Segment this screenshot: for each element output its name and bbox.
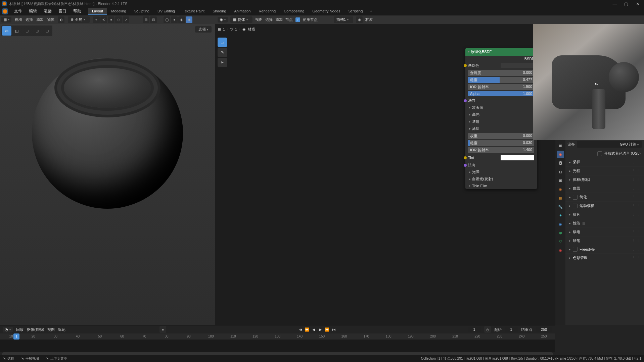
timeline-track[interactable]	[0, 340, 555, 352]
section-performance[interactable]: ▸性能☰⋮⋮	[565, 219, 644, 228]
material-name[interactable]: 材质	[365, 17, 373, 22]
proportional-icon[interactable]: ●	[108, 16, 114, 23]
tl-marker[interactable]: 标记	[58, 327, 65, 332]
ptab-world-icon[interactable]: ◉	[557, 186, 564, 193]
motion-checkbox[interactable]	[573, 204, 578, 208]
select-circle-icon[interactable]: ⊡	[22, 26, 32, 36]
principled-bsdf-node[interactable]: ▾原理化BSDF BSDF 基础色 金属度0.000 糙度0.477 IOR 折…	[465, 48, 537, 189]
ptab-object-icon[interactable]: ▦	[557, 194, 564, 202]
specular-section[interactable]: ▸高光	[465, 111, 537, 118]
timeline-ruler[interactable]: 1 10 20 30 40 50 60 70 80 90 100 110 120…	[0, 333, 555, 340]
transmission-section[interactable]: ▸透射	[465, 118, 537, 125]
ne-menu-view[interactable]: 视图	[255, 17, 263, 22]
jump-start-icon[interactable]: ⏮	[297, 326, 303, 332]
ptab-physics-icon[interactable]: ◉	[557, 220, 564, 228]
jump-end-icon[interactable]: ⏭	[331, 326, 337, 332]
tab-rendering[interactable]: Rendering	[255, 8, 280, 15]
tab-compositing[interactable]: Compositing	[280, 8, 308, 15]
shading-wire-icon[interactable]: ◯	[164, 16, 170, 23]
select-more-icon[interactable]: ⊟	[42, 26, 52, 36]
3d-viewport[interactable]: ▭ ◫ ⊡ ⊞ ⊟ 选项 ▾	[0, 24, 215, 325]
orientation-dropdown[interactable]: ⊕ 全局 ▾	[68, 16, 90, 23]
simplify-checkbox[interactable]	[573, 195, 578, 200]
tl-view[interactable]: 视图	[47, 327, 55, 332]
menu-render[interactable]: 渲染	[40, 7, 55, 15]
coat-ior-slider[interactable]: IOR 折射率1.400	[468, 147, 534, 153]
section-bake[interactable]: ▸烘培⋮⋮	[565, 228, 644, 237]
crumb-mesh-icon[interactable]: ▦	[218, 27, 221, 32]
tab-scripting[interactable]: Scripting	[344, 8, 367, 15]
tab-texture[interactable]: Texture Paint	[179, 8, 209, 15]
ptab-particle-icon[interactable]: ✦	[557, 212, 564, 219]
play-icon[interactable]: ▶	[317, 326, 323, 332]
vp-menu-object[interactable]: 物体	[47, 17, 54, 22]
alpha-slider[interactable]: Alpha1.000	[468, 91, 534, 96]
vp-menu-select[interactable]: 选择	[26, 17, 33, 22]
crumb-material[interactable]: 材质	[248, 27, 255, 32]
tab-shading[interactable]: Shading	[209, 8, 230, 15]
tl-playback[interactable]: 回放	[16, 327, 24, 332]
section-motion[interactable]: ▸运动模糊⋮⋮	[565, 202, 644, 210]
section-volume[interactable]: ▸体积(卷标)⋮⋮	[565, 175, 644, 184]
ne-menu-add[interactable]: 添加	[275, 17, 283, 22]
coat-section[interactable]: ▾涂层	[465, 125, 537, 132]
tl-keying[interactable]: 抠像(插帧)	[27, 327, 44, 332]
section-wax[interactable]: ▸蜡笔⋮⋮	[565, 237, 644, 245]
coat-roughness-slider[interactable]: 糙度0.030	[468, 140, 534, 146]
autokey-icon[interactable]: ●	[159, 326, 166, 333]
sheen-section[interactable]: ▸光泽	[465, 168, 537, 175]
ptab-output-icon[interactable]: 🖼	[557, 159, 564, 167]
clock-icon[interactable]: ◷	[484, 326, 491, 333]
ptab-render-icon[interactable]: ◉	[557, 151, 564, 158]
freestyle-checkbox[interactable]	[573, 247, 578, 252]
tab-uv[interactable]: UV Editing	[153, 8, 179, 15]
ptab-modifier-icon[interactable]: 🔧	[557, 203, 564, 210]
tint-swatch[interactable]	[501, 155, 534, 160]
tab-animation[interactable]: Animation	[230, 8, 255, 15]
maximize-button[interactable]: ▢	[622, 0, 631, 7]
tab-sculpting[interactable]: Sculpting	[130, 8, 153, 15]
bsdf-output-socket[interactable]: BSDF	[465, 56, 537, 62]
ptab-view-icon[interactable]: ⊡	[557, 168, 564, 175]
slot-dropdown[interactable]: 插槽1 ▾	[334, 16, 353, 23]
ne-editor-type[interactable]: ◉▾	[218, 17, 228, 22]
coat-weight-slider[interactable]: 权重0.000	[468, 133, 534, 139]
tab-modeling[interactable]: Modeling	[107, 8, 130, 15]
minimize-button[interactable]: —	[610, 0, 619, 7]
prev-key-icon[interactable]: ⏪	[304, 326, 310, 332]
snap-icon[interactable]: ⌖	[93, 16, 100, 23]
shading-solid-icon[interactable]: ●	[171, 16, 178, 23]
thinfilm-section[interactable]: ▸Thin Film	[465, 183, 537, 189]
magnet-icon[interactable]: ⟲	[100, 16, 107, 23]
osl-checkbox[interactable]	[597, 151, 602, 156]
crumb-2[interactable]: 1	[235, 27, 237, 31]
ne-menu-select[interactable]: 选择	[265, 17, 273, 22]
shading-render-icon[interactable]: ◉	[186, 16, 192, 23]
shading-matprev-icon[interactable]: ◐	[178, 16, 185, 23]
blender-icon[interactable]	[2, 8, 8, 14]
ne-select-tool-icon[interactable]: ▭	[218, 38, 227, 47]
vp-menu-add[interactable]: 添加	[36, 17, 44, 22]
playhead[interactable]: 1	[13, 333, 19, 340]
xray-icon[interactable]: ⊡	[150, 16, 157, 23]
overlay-icon[interactable]: ⊞	[143, 16, 149, 23]
subsurface-section[interactable]: ▸次表面	[465, 104, 537, 111]
end-frame[interactable]: 250	[536, 327, 552, 332]
menu-file[interactable]: 文件	[11, 7, 26, 15]
ior-slider[interactable]: IOR 折射率1.500	[468, 84, 534, 90]
play-rev-icon[interactable]: ◀	[311, 326, 317, 332]
ptab-tool-icon[interactable]: ⊞	[557, 142, 564, 149]
section-freestyle[interactable]: ▸Freestyle⋮⋮	[565, 245, 644, 254]
menu-window[interactable]: 窗口	[55, 7, 70, 15]
editor-type-dropdown[interactable]: ▦▾	[1, 17, 11, 22]
start-frame[interactable]: 1	[505, 327, 518, 332]
emission-section[interactable]: ▸自发光(发射)	[465, 175, 537, 183]
select-lasso-icon[interactable]: ⊞	[32, 26, 42, 36]
menu-help[interactable]: 帮助	[70, 7, 85, 15]
metallic-slider[interactable]: 金属度0.000	[468, 70, 534, 76]
ne-menu-node[interactable]: 节点	[285, 17, 293, 22]
options-dropdown[interactable]: 选项 ▾	[195, 26, 212, 33]
menu-edit[interactable]: 编辑	[26, 7, 40, 15]
device-dropdown[interactable]: GPU 计算 ▾	[577, 141, 642, 148]
cursor-tool-icon[interactable]: ▭	[2, 26, 11, 36]
